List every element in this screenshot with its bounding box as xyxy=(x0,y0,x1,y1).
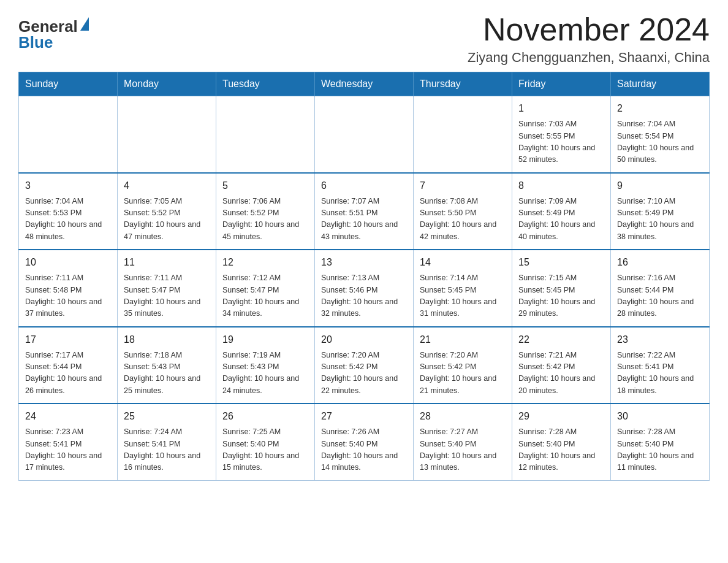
calendar-day-cell: 29Sunrise: 7:28 AMSunset: 5:40 PMDayligh… xyxy=(512,404,611,480)
calendar-day-cell: 17Sunrise: 7:17 AMSunset: 5:44 PMDayligh… xyxy=(19,327,118,404)
calendar-day-cell xyxy=(315,96,414,173)
day-number: 20 xyxy=(321,332,407,347)
day-number: 18 xyxy=(124,332,210,347)
day-number: 7 xyxy=(420,178,506,193)
calendar-day-cell: 22Sunrise: 7:21 AMSunset: 5:42 PMDayligh… xyxy=(512,327,611,404)
day-info: Sunrise: 7:15 AMSunset: 5:45 PMDaylight:… xyxy=(518,272,604,320)
logo: General Blue xyxy=(18,18,89,50)
day-info: Sunrise: 7:04 AMSunset: 5:54 PMDaylight:… xyxy=(617,118,703,166)
day-info: Sunrise: 7:07 AMSunset: 5:51 PMDaylight:… xyxy=(321,196,407,243)
day-number: 14 xyxy=(420,255,506,270)
day-number: 8 xyxy=(518,178,604,193)
calendar-day-cell: 11Sunrise: 7:11 AMSunset: 5:47 PMDayligh… xyxy=(118,250,216,327)
day-number: 16 xyxy=(617,255,703,270)
calendar-week-row: 17Sunrise: 7:17 AMSunset: 5:44 PMDayligh… xyxy=(19,327,710,404)
calendar-day-cell: 10Sunrise: 7:11 AMSunset: 5:48 PMDayligh… xyxy=(19,250,118,327)
calendar-day-cell: 5Sunrise: 7:06 AMSunset: 5:52 PMDaylight… xyxy=(216,173,315,250)
calendar-day-cell xyxy=(216,96,315,173)
calendar-day-cell: 13Sunrise: 7:13 AMSunset: 5:46 PMDayligh… xyxy=(315,250,414,327)
day-info: Sunrise: 7:11 AMSunset: 5:47 PMDaylight:… xyxy=(124,272,210,320)
calendar-day-cell xyxy=(19,96,118,173)
day-info: Sunrise: 7:14 AMSunset: 5:45 PMDaylight:… xyxy=(420,272,506,320)
day-number: 23 xyxy=(617,332,703,347)
day-number: 21 xyxy=(420,332,506,347)
weekday-header: Wednesday xyxy=(315,72,414,96)
day-number: 10 xyxy=(25,255,111,270)
day-number: 13 xyxy=(321,255,407,270)
logo-triangle-icon xyxy=(80,17,89,31)
calendar-day-cell: 28Sunrise: 7:27 AMSunset: 5:40 PMDayligh… xyxy=(414,404,512,480)
day-info: Sunrise: 7:28 AMSunset: 5:40 PMDaylight:… xyxy=(518,426,604,474)
day-number: 1 xyxy=(518,101,604,116)
day-number: 26 xyxy=(222,409,308,424)
calendar-day-cell: 4Sunrise: 7:05 AMSunset: 5:52 PMDaylight… xyxy=(118,173,216,250)
day-info: Sunrise: 7:08 AMSunset: 5:50 PMDaylight:… xyxy=(420,196,506,243)
calendar-day-cell: 14Sunrise: 7:14 AMSunset: 5:45 PMDayligh… xyxy=(414,250,512,327)
weekday-header: Monday xyxy=(118,72,216,96)
day-number: 11 xyxy=(124,255,210,270)
calendar-day-cell: 1Sunrise: 7:03 AMSunset: 5:55 PMDaylight… xyxy=(512,96,611,173)
day-number: 6 xyxy=(321,178,407,193)
day-info: Sunrise: 7:04 AMSunset: 5:53 PMDaylight:… xyxy=(25,196,111,243)
day-info: Sunrise: 7:12 AMSunset: 5:47 PMDaylight:… xyxy=(222,272,308,320)
calendar-week-row: 10Sunrise: 7:11 AMSunset: 5:48 PMDayligh… xyxy=(19,250,710,327)
day-info: Sunrise: 7:06 AMSunset: 5:52 PMDaylight:… xyxy=(222,196,308,243)
day-info: Sunrise: 7:24 AMSunset: 5:41 PMDaylight:… xyxy=(124,426,210,474)
logo-blue: Blue xyxy=(18,34,53,50)
calendar-day-cell: 3Sunrise: 7:04 AMSunset: 5:53 PMDaylight… xyxy=(19,173,118,250)
calendar-day-cell: 21Sunrise: 7:20 AMSunset: 5:42 PMDayligh… xyxy=(414,327,512,404)
day-number: 17 xyxy=(25,332,111,347)
day-info: Sunrise: 7:26 AMSunset: 5:40 PMDaylight:… xyxy=(321,426,407,474)
day-info: Sunrise: 7:27 AMSunset: 5:40 PMDaylight:… xyxy=(420,426,506,474)
calendar-week-row: 24Sunrise: 7:23 AMSunset: 5:41 PMDayligh… xyxy=(19,404,710,480)
day-info: Sunrise: 7:18 AMSunset: 5:43 PMDaylight:… xyxy=(124,350,210,397)
calendar-day-cell: 27Sunrise: 7:26 AMSunset: 5:40 PMDayligh… xyxy=(315,404,414,480)
calendar-day-cell: 19Sunrise: 7:19 AMSunset: 5:43 PMDayligh… xyxy=(216,327,315,404)
day-number: 12 xyxy=(222,255,308,270)
day-number: 25 xyxy=(124,409,210,424)
day-number: 5 xyxy=(222,178,308,193)
day-number: 19 xyxy=(222,332,308,347)
calendar-day-cell: 20Sunrise: 7:20 AMSunset: 5:42 PMDayligh… xyxy=(315,327,414,404)
calendar-week-row: 1Sunrise: 7:03 AMSunset: 5:55 PMDaylight… xyxy=(19,96,710,173)
day-info: Sunrise: 7:21 AMSunset: 5:42 PMDaylight:… xyxy=(518,350,604,397)
calendar-header-row: SundayMondayTuesdayWednesdayThursdayFrid… xyxy=(19,72,710,96)
day-info: Sunrise: 7:10 AMSunset: 5:49 PMDaylight:… xyxy=(617,196,703,243)
day-info: Sunrise: 7:11 AMSunset: 5:48 PMDaylight:… xyxy=(25,272,111,320)
calendar-day-cell xyxy=(414,96,512,173)
calendar-day-cell: 30Sunrise: 7:28 AMSunset: 5:40 PMDayligh… xyxy=(611,404,710,480)
day-info: Sunrise: 7:20 AMSunset: 5:42 PMDaylight:… xyxy=(321,350,407,397)
calendar-day-cell: 16Sunrise: 7:16 AMSunset: 5:44 PMDayligh… xyxy=(611,250,710,327)
day-number: 28 xyxy=(420,409,506,424)
calendar-day-cell: 24Sunrise: 7:23 AMSunset: 5:41 PMDayligh… xyxy=(19,404,118,480)
weekday-header: Friday xyxy=(512,72,611,96)
day-info: Sunrise: 7:13 AMSunset: 5:46 PMDaylight:… xyxy=(321,272,407,320)
logo-general: General xyxy=(18,18,78,34)
calendar-day-cell: 7Sunrise: 7:08 AMSunset: 5:50 PMDaylight… xyxy=(414,173,512,250)
day-number: 2 xyxy=(617,101,703,116)
calendar-day-cell: 6Sunrise: 7:07 AMSunset: 5:51 PMDaylight… xyxy=(315,173,414,250)
day-number: 22 xyxy=(518,332,604,347)
day-number: 4 xyxy=(124,178,210,193)
day-info: Sunrise: 7:19 AMSunset: 5:43 PMDaylight:… xyxy=(222,350,308,397)
day-number: 9 xyxy=(617,178,703,193)
day-number: 24 xyxy=(25,409,111,424)
day-number: 29 xyxy=(518,409,604,424)
weekday-header: Tuesday xyxy=(216,72,315,96)
day-number: 15 xyxy=(518,255,604,270)
day-info: Sunrise: 7:17 AMSunset: 5:44 PMDaylight:… xyxy=(25,350,111,397)
calendar-table: SundayMondayTuesdayWednesdayThursdayFrid… xyxy=(18,72,710,481)
calendar-day-cell: 15Sunrise: 7:15 AMSunset: 5:45 PMDayligh… xyxy=(512,250,611,327)
day-number: 30 xyxy=(617,409,703,424)
weekday-header: Sunday xyxy=(19,72,118,96)
weekday-header: Thursday xyxy=(414,72,512,96)
calendar-day-cell: 23Sunrise: 7:22 AMSunset: 5:41 PMDayligh… xyxy=(611,327,710,404)
calendar-day-cell: 8Sunrise: 7:09 AMSunset: 5:49 PMDaylight… xyxy=(512,173,611,250)
calendar-week-row: 3Sunrise: 7:04 AMSunset: 5:53 PMDaylight… xyxy=(19,173,710,250)
day-info: Sunrise: 7:28 AMSunset: 5:40 PMDaylight:… xyxy=(617,426,703,474)
day-info: Sunrise: 7:20 AMSunset: 5:42 PMDaylight:… xyxy=(420,350,506,397)
day-info: Sunrise: 7:22 AMSunset: 5:41 PMDaylight:… xyxy=(617,350,703,397)
day-info: Sunrise: 7:05 AMSunset: 5:52 PMDaylight:… xyxy=(124,196,210,243)
day-info: Sunrise: 7:03 AMSunset: 5:55 PMDaylight:… xyxy=(518,118,604,166)
calendar-day-cell: 2Sunrise: 7:04 AMSunset: 5:54 PMDaylight… xyxy=(611,96,710,173)
